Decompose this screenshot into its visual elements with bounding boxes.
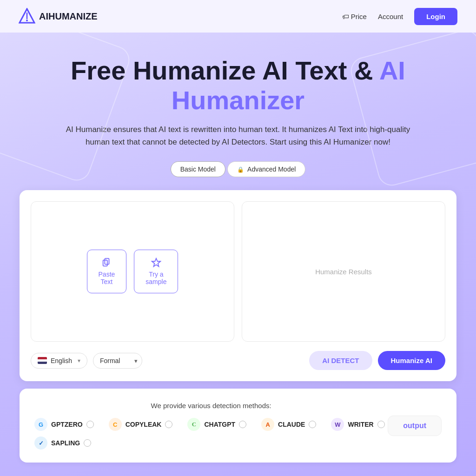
gptzero-radio[interactable] — [86, 421, 94, 428]
sapling-icon: ✓ — [34, 436, 47, 450]
tone-selector[interactable]: Formal Casual Academic Simple Creative — [93, 353, 142, 369]
hero-subtitle: AI Humanize ensures that AI text is rewr… — [57, 123, 419, 148]
ai-detect-button[interactable]: AI DETECT — [309, 351, 372, 370]
model-tabs: Basic Model 🔒 Advanced Model — [9, 161, 467, 177]
tool-panels: PasteText Try asample Humanize Results — [31, 201, 445, 342]
gptzero-icon: G — [34, 418, 47, 431]
hero-section: Free Humanize AI Text & AI Humanizer AI … — [0, 33, 476, 476]
tool-card: PasteText Try asample Humanize Results — [20, 190, 456, 381]
writer-radio[interactable] — [377, 421, 385, 428]
humanize-button[interactable]: Humanize AI — [378, 351, 445, 370]
hero-title-part1: Free Humanize AI Text & — [71, 56, 379, 85]
paste-text-label: PasteText — [99, 271, 115, 285]
copyleak-icon: C — [109, 418, 122, 431]
tone-wrapper: Formal Casual Academic Simple Creative — [93, 353, 142, 369]
gptzero-label: GPTZERO — [51, 421, 83, 428]
output-badge: output — [388, 416, 442, 436]
tab-basic-model[interactable]: Basic Model — [171, 161, 225, 177]
detection-item-copyleak: C COPYLEAK — [109, 418, 173, 431]
sapling-radio[interactable] — [84, 439, 91, 447]
svg-rect-3 — [105, 258, 109, 264]
chatgpt-label: CHATGPT — [204, 421, 235, 428]
try-sample-label: Try asample — [145, 271, 166, 285]
hero-title: Free Humanize AI Text & AI Humanizer — [29, 56, 447, 116]
chatgpt-radio[interactable] — [239, 421, 246, 428]
writer-icon: W — [331, 418, 344, 431]
language-label: English — [51, 357, 72, 364]
detection-item-writer: W WRITER — [331, 418, 384, 431]
detection-item-chatgpt: C CHATGPT — [187, 418, 246, 431]
output-placeholder: Humanize Results — [315, 268, 372, 276]
chatgpt-icon: C — [187, 418, 200, 431]
advanced-model-label: Advanced Model — [247, 165, 296, 173]
paste-icon — [101, 258, 112, 268]
account-link[interactable]: Account — [378, 13, 403, 20]
star-icon — [151, 258, 161, 268]
svg-point-2 — [26, 20, 28, 21]
output-panel-inner: Humanize Results — [242, 202, 445, 341]
detection-item-gptzero: G GPTZERO — [34, 418, 94, 431]
sapling-label: SAPLING — [51, 439, 80, 447]
input-panel-inner: PasteText Try asample — [31, 202, 234, 341]
chevron-down-icon: ▾ — [78, 357, 80, 364]
hero-title-accent: AI — [379, 56, 405, 85]
language-selector[interactable]: English ▾ — [31, 353, 87, 369]
logo-icon — [19, 8, 35, 25]
detection-item-sapling: ✓ SAPLING — [34, 436, 91, 450]
paste-text-button[interactable]: PasteText — [87, 250, 127, 293]
copyleak-label: COPYLEAK — [126, 421, 162, 428]
output-panel: Humanize Results — [242, 201, 445, 342]
claude-label: CLAUDE — [278, 421, 305, 428]
tab-advanced-model[interactable]: 🔒 Advanced Model — [227, 161, 305, 177]
detection-title: We provide various detection methods: — [34, 402, 388, 410]
lock-icon: 🔒 — [237, 166, 244, 173]
flag-us-icon — [38, 357, 47, 364]
svg-marker-5 — [152, 258, 160, 266]
tool-controls: English ▾ Formal Casual Academic Simple … — [31, 351, 445, 370]
detection-methods: G GPTZERO C COPYLEAK C CHATGPT — [34, 418, 388, 450]
hero-title-line2: Humanizer — [172, 86, 304, 115]
logo-text: AIHUMANIZE — [39, 11, 98, 22]
detection-section: We provide various detection methods: G … — [20, 389, 456, 463]
copyleak-radio[interactable] — [165, 421, 172, 428]
writer-label: WRITER — [348, 421, 373, 428]
login-button[interactable]: Login — [414, 8, 457, 25]
navbar: AIHUMANIZE 🏷 Price Account Login — [0, 0, 476, 33]
try-sample-button[interactable]: Try asample — [134, 250, 178, 293]
input-panel[interactable]: PasteText Try asample — [31, 201, 234, 342]
claude-radio[interactable] — [309, 421, 316, 428]
price-link[interactable]: 🏷 Price — [342, 13, 367, 20]
price-icon: 🏷 — [342, 13, 349, 20]
nav-right: 🏷 Price Account Login — [342, 8, 457, 25]
detection-item-claude: A CLAUDE — [261, 418, 316, 431]
logo[interactable]: AIHUMANIZE — [19, 8, 98, 25]
claude-icon: A — [261, 418, 274, 431]
